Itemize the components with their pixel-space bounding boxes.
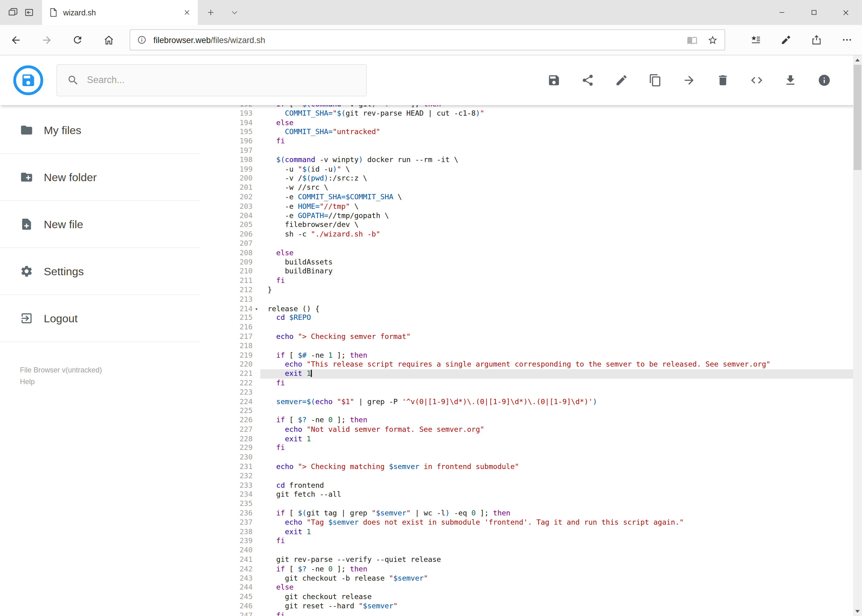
code-line[interactable]: fi bbox=[260, 611, 853, 616]
code-line[interactable]: fi bbox=[260, 137, 853, 146]
page-scrollbar[interactable] bbox=[853, 55, 862, 616]
code-line[interactable]: $(command -v winpty) docker run --rm -it… bbox=[260, 155, 853, 165]
code-line[interactable] bbox=[260, 471, 853, 481]
close-window-button[interactable] bbox=[830, 0, 862, 25]
download-button[interactable] bbox=[784, 74, 797, 87]
code-line[interactable]: git rev-parse --verify --quiet release bbox=[260, 555, 853, 564]
code-line[interactable]: } bbox=[260, 286, 853, 295]
maximize-button[interactable] bbox=[798, 0, 830, 25]
info-button[interactable] bbox=[818, 74, 831, 87]
sidebar-item-new-file[interactable]: New file bbox=[0, 201, 201, 248]
code-line[interactable]: else bbox=[260, 248, 853, 258]
scrollbar-thumb[interactable] bbox=[854, 65, 861, 170]
favorite-star-icon[interactable] bbox=[708, 35, 718, 45]
forward-button[interactable] bbox=[31, 25, 62, 55]
code-line[interactable]: cd frontend bbox=[260, 481, 853, 490]
code-line[interactable]: fi bbox=[260, 276, 853, 285]
scroll-up-arrow[interactable] bbox=[853, 55, 862, 65]
code-line[interactable] bbox=[260, 239, 853, 248]
code-line[interactable]: exit 1 bbox=[260, 527, 853, 537]
sidebar-item-my-files[interactable]: My files bbox=[0, 107, 201, 154]
code-line[interactable]: if [ "$(command -v git)" != "" ]; then bbox=[260, 105, 853, 109]
code-line[interactable] bbox=[260, 546, 853, 555]
code-line[interactable] bbox=[260, 323, 853, 332]
save-button[interactable] bbox=[547, 74, 560, 87]
code-line[interactable] bbox=[260, 341, 853, 350]
more-menu-button[interactable] bbox=[832, 25, 862, 55]
code-line[interactable] bbox=[260, 453, 853, 462]
code-line[interactable]: sh -c "./wizard.sh -b" bbox=[260, 230, 853, 239]
code-line[interactable]: exit 1 bbox=[260, 434, 853, 443]
copy-button[interactable] bbox=[649, 74, 662, 87]
site-info-icon[interactable] bbox=[137, 35, 147, 45]
back-button[interactable] bbox=[0, 25, 31, 55]
fold-marker-icon[interactable]: ▾ bbox=[253, 304, 260, 313]
code-line[interactable]: if [ $(git tag | grep "$semver" | wc -l)… bbox=[260, 509, 853, 518]
new-tab-button[interactable] bbox=[198, 0, 224, 25]
filebrowser-logo[interactable] bbox=[13, 65, 43, 95]
code-line[interactable]: if [ $? -ne 0 ]; then bbox=[260, 565, 853, 574]
tab-close-icon[interactable] bbox=[183, 9, 191, 16]
code-line[interactable]: echo "This release script requires a sin… bbox=[260, 360, 853, 369]
search-input[interactable] bbox=[87, 75, 356, 86]
code-line[interactable]: if [ $? -ne 0 ]; then bbox=[260, 416, 853, 425]
code-line[interactable]: COMMIT_SHA="untracked" bbox=[260, 127, 853, 137]
code-line[interactable]: -u "$(id -u)" \ bbox=[260, 165, 853, 174]
move-button[interactable] bbox=[682, 74, 696, 87]
scroll-down-arrow[interactable] bbox=[853, 607, 862, 616]
code-line[interactable] bbox=[260, 146, 853, 155]
rename-button[interactable] bbox=[615, 74, 628, 87]
code-line[interactable]: -e GOPATH=//tmp/gopath \ bbox=[260, 211, 853, 220]
share-page-button[interactable] bbox=[801, 25, 832, 55]
code-line[interactable] bbox=[260, 388, 853, 397]
sidebar-item-settings[interactable]: Settings bbox=[0, 248, 201, 295]
share-button[interactable] bbox=[581, 74, 594, 87]
code-view-button[interactable] bbox=[750, 74, 763, 87]
help-link[interactable]: Help bbox=[20, 376, 211, 388]
code-line[interactable]: echo "Tag $semver does not exist in subm… bbox=[260, 518, 853, 527]
code-line[interactable]: buildBinary bbox=[260, 267, 853, 276]
reading-view-icon[interactable] bbox=[687, 35, 697, 45]
code-line[interactable]: git reset --hard "$semver" bbox=[260, 602, 853, 611]
home-button[interactable] bbox=[93, 25, 124, 55]
code-line[interactable]: semver=$(echo "$1" | grep -P '^v(0|[1-9]… bbox=[260, 398, 853, 407]
code-line[interactable]: echo "Not valid semver format. See semve… bbox=[260, 425, 853, 434]
code-line[interactable]: echo "> Checking matching $semver in fro… bbox=[260, 462, 853, 471]
delete-button[interactable] bbox=[716, 74, 730, 87]
code-line[interactable] bbox=[260, 407, 853, 416]
refresh-button[interactable] bbox=[62, 25, 93, 55]
code-line[interactable]: git fetch --all bbox=[260, 490, 853, 500]
code-line[interactable]: cd $REPO bbox=[260, 313, 853, 323]
code-line[interactable]: -e COMMIT_SHA=$COMMIT_SHA \ bbox=[260, 193, 853, 202]
code-line[interactable] bbox=[260, 500, 853, 509]
code-line[interactable]: -w //src \ bbox=[260, 183, 853, 193]
code-line[interactable]: if [ $# -ne 1 ]; then bbox=[260, 350, 853, 360]
code-line[interactable]: echo "> Checking semver format" bbox=[260, 332, 853, 341]
code-line[interactable]: git checkout -b release "$semver" bbox=[260, 574, 853, 583]
code-line[interactable]: release () { bbox=[260, 304, 853, 313]
code-line[interactable]: buildAssets bbox=[260, 258, 853, 267]
hub-button[interactable] bbox=[740, 25, 771, 55]
browser-tab[interactable]: wizard.sh bbox=[42, 0, 198, 25]
code-line[interactable]: filebrowser/dev \ bbox=[260, 220, 853, 230]
minimize-button[interactable] bbox=[766, 0, 798, 25]
code-line[interactable]: -e HOME="//tmp" \ bbox=[260, 202, 853, 211]
code-line[interactable]: fi bbox=[260, 444, 853, 453]
tab-list-dropdown[interactable] bbox=[223, 0, 245, 25]
code-line[interactable]: else bbox=[260, 583, 853, 592]
code-line[interactable] bbox=[260, 295, 853, 304]
code-line[interactable]: else bbox=[260, 118, 853, 127]
sidebar-item-logout[interactable]: Logout bbox=[0, 295, 201, 342]
code-editor[interactable]: 1921931941951961971981992002012022032042… bbox=[211, 105, 853, 616]
set-tabs-aside-icon[interactable] bbox=[24, 7, 34, 17]
code-line[interactable]: COMMIT_SHA="$(git rev-parse HEAD | cut -… bbox=[260, 109, 853, 118]
code-line[interactable]: -v /$(pwd):/src:z \ bbox=[260, 174, 853, 183]
sidebar-item-new-folder[interactable]: New folder bbox=[0, 154, 201, 201]
address-bar[interactable]: filebrowser.web/files/wizard.sh bbox=[129, 29, 725, 50]
tab-preview-icon[interactable] bbox=[8, 7, 18, 17]
code-line[interactable]: git checkout release bbox=[260, 592, 853, 602]
code-line[interactable]: fi bbox=[260, 537, 853, 546]
search-box[interactable] bbox=[57, 64, 367, 96]
ink-notes-button[interactable] bbox=[771, 25, 801, 55]
code-line[interactable]: exit 1 bbox=[260, 369, 853, 379]
